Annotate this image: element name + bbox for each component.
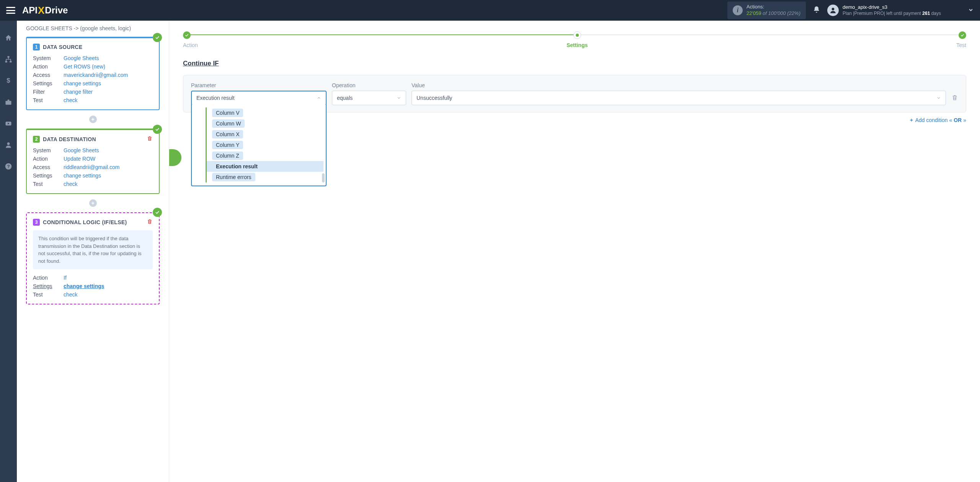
logo-x: X <box>38 5 44 16</box>
value-value: Unsuccessfully <box>416 95 452 101</box>
svg-text:?: ? <box>7 164 10 169</box>
side-nav: $ ? <box>0 21 17 482</box>
actions-label: Actions: <box>746 4 800 10</box>
step-label: Action <box>183 42 198 48</box>
dropdown-item[interactable]: Runtime errors <box>207 172 323 182</box>
row-link-settings[interactable]: change settings <box>64 173 153 179</box>
nav-video-icon[interactable] <box>0 118 17 129</box>
param-select[interactable]: Execution result <box>191 91 327 105</box>
row-label: Action <box>33 64 64 70</box>
app-header: APIXDrive i Actions: 22'059 of 100'000 (… <box>0 0 980 21</box>
row-link-system[interactable]: Google Sheets <box>64 147 153 153</box>
row-label: Settings <box>33 283 64 289</box>
operation-value: equals <box>337 95 353 101</box>
row-label: Test <box>33 181 64 187</box>
chevron-down-icon <box>936 96 941 100</box>
row-label: Test <box>33 291 64 298</box>
row-label: Filter <box>33 89 64 95</box>
card-number: 2 <box>33 136 40 143</box>
info-icon: i <box>733 5 743 15</box>
row-label: System <box>33 55 64 61</box>
delete-icon[interactable] <box>147 218 153 226</box>
dropdown-item[interactable]: Column Y <box>207 140 323 150</box>
row-link-action[interactable]: If <box>64 275 153 281</box>
row-label: Settings <box>33 80 64 86</box>
operation-select[interactable]: equals <box>332 91 406 105</box>
user-name: demo_apix-drive_s3 <box>843 4 941 11</box>
row-label: Access <box>33 72 64 78</box>
row-label: Settings <box>33 173 64 179</box>
condition-box: Parameter Execution result Operation equ… <box>183 75 966 112</box>
row-link-system[interactable]: Google Sheets <box>64 55 153 61</box>
step-label: Test <box>956 42 966 48</box>
dropdown-item-selected[interactable]: Execution result <box>207 161 323 172</box>
card-data-source[interactable]: 1 DATA SOURCE SystemGoogle Sheets Action… <box>26 37 160 110</box>
dropdown-item[interactable]: Column X <box>207 129 323 140</box>
card-title: DATA DESTINATION <box>43 136 96 142</box>
delete-icon[interactable] <box>147 135 153 143</box>
row-link-settings[interactable]: change settings <box>64 283 153 289</box>
breadcrumb: GOOGLE SHEETS -> (google sheets, logic) <box>26 25 160 31</box>
bell-icon[interactable] <box>813 6 820 15</box>
nav-briefcase-icon[interactable] <box>0 96 17 108</box>
dropdown-item[interactable]: Column Z <box>207 150 323 161</box>
menu-hamburger-icon[interactable] <box>6 7 15 14</box>
avatar-icon <box>827 5 839 16</box>
logo[interactable]: APIXDrive <box>22 5 68 16</box>
row-link-action[interactable]: Get ROWS (new) <box>64 64 153 70</box>
step-test[interactable]: Test <box>956 31 966 48</box>
dropdown-item[interactable]: Column W <box>207 118 323 129</box>
nav-home-icon[interactable] <box>0 32 17 44</box>
step-done-icon <box>959 31 966 39</box>
card-title: DATA SOURCE <box>43 44 82 50</box>
logo-post: Drive <box>45 5 68 16</box>
card-title: CONDITIONAL LOGIC (IF/ELSE) <box>43 219 127 225</box>
add-step-button[interactable]: + <box>89 199 97 207</box>
chevron-down-icon[interactable] <box>968 7 974 14</box>
row-link-access[interactable]: maverickandrii@gmail.com <box>64 72 153 78</box>
actions-of: of <box>763 10 767 16</box>
value-select[interactable]: Unsuccessfully <box>412 91 946 105</box>
user-menu[interactable]: demo_apix-drive_s3 Plan |Premium PRO| le… <box>827 4 941 16</box>
conditional-note: This condition will be triggered if the … <box>33 230 153 269</box>
param-label: Parameter <box>191 82 327 88</box>
row-link-filter[interactable]: change filter <box>64 89 153 95</box>
step-settings[interactable]: Settings <box>567 31 588 48</box>
step-action[interactable]: Action <box>183 31 198 48</box>
progress-steps: Action Settings Test <box>183 30 966 48</box>
nav-billing-icon[interactable]: $ <box>0 75 17 86</box>
chevron-down-icon <box>397 96 401 100</box>
svg-rect-3 <box>10 61 11 62</box>
plus-icon <box>909 118 914 122</box>
scrollbar-thumb[interactable] <box>322 173 325 182</box>
row-link-action[interactable]: Update ROW <box>64 156 153 162</box>
actions-total: 100'000 <box>768 10 786 16</box>
step-done-icon <box>183 31 191 39</box>
row-link-test[interactable]: check <box>64 291 153 298</box>
row-link-test[interactable]: check <box>64 181 153 187</box>
check-badge-icon <box>153 125 162 134</box>
card-number: 3 <box>33 219 40 226</box>
row-link-test[interactable]: check <box>64 97 153 103</box>
fab-button[interactable] <box>169 149 181 166</box>
actions-counter[interactable]: i Actions: 22'059 of 100'000 (22%) <box>727 2 806 19</box>
check-badge-icon <box>153 208 162 217</box>
card-conditional-logic[interactable]: 3 CONDITIONAL LOGIC (IF/ELSE) This condi… <box>26 212 160 305</box>
param-dropdown[interactable]: Column V Column W Column X Column Y Colu… <box>191 104 327 186</box>
nav-user-icon[interactable] <box>0 139 17 151</box>
left-panel: GOOGLE SHEETS -> (google sheets, logic) … <box>17 21 169 482</box>
section-title: Continue IF <box>183 60 966 67</box>
user-info: demo_apix-drive_s3 Plan |Premium PRO| le… <box>843 4 941 16</box>
dropdown-item[interactable]: Column V <box>207 107 323 118</box>
delete-condition-icon[interactable] <box>951 94 958 102</box>
card-data-destination[interactable]: 2 DATA DESTINATION SystemGoogle Sheets A… <box>26 129 160 194</box>
row-label: Action <box>33 156 64 162</box>
row-link-settings[interactable]: change settings <box>64 80 153 86</box>
row-label: Action <box>33 275 64 281</box>
row-label: System <box>33 147 64 153</box>
row-link-access[interactable]: riddleandrii@gmail.com <box>64 164 153 170</box>
nav-help-icon[interactable]: ? <box>0 161 17 172</box>
nav-sitemap-icon[interactable] <box>0 54 17 65</box>
add-step-button[interactable]: + <box>89 116 97 123</box>
row-label: Test <box>33 97 64 103</box>
